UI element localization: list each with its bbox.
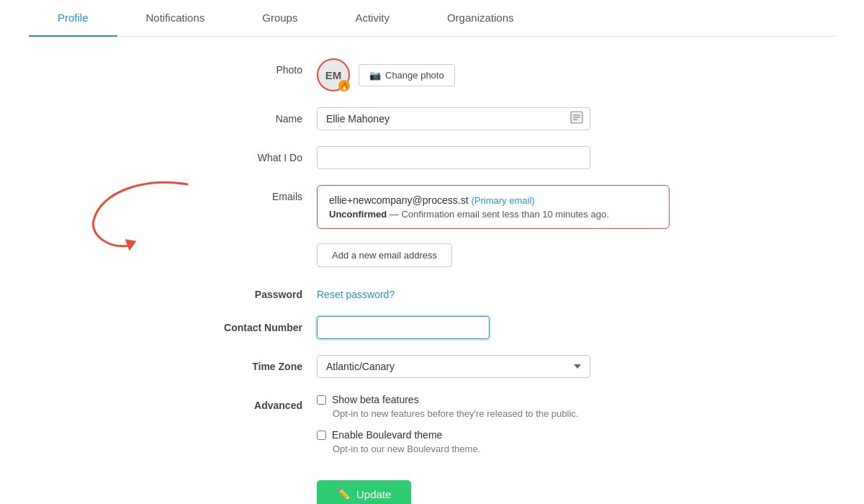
contact-number-content (317, 316, 706, 339)
update-button[interactable]: ✏️ Update (317, 480, 411, 504)
show-beta-label: Show beta features (332, 394, 419, 405)
time-zone-row: Time Zone Atlantic/Canary UTC America/Ne… (202, 355, 706, 378)
name-content (317, 107, 706, 130)
tab-organizations[interactable]: Organizations (418, 0, 543, 37)
tab-groups[interactable]: Groups (233, 0, 326, 37)
reset-password-link[interactable]: Reset password? (317, 283, 395, 300)
password-row: Password Reset password? (202, 283, 706, 300)
change-photo-button[interactable]: 📷 Change photo (359, 64, 455, 86)
confirmation-message: Confirmation email sent less than 10 min… (401, 209, 608, 220)
password-content: Reset password? (317, 283, 706, 300)
name-input-wrapper (317, 107, 590, 130)
unconfirmed-dash: — (390, 209, 402, 220)
what-i-do-row: What I Do (202, 146, 706, 169)
contact-number-input[interactable] (317, 316, 490, 339)
show-beta-checkbox[interactable] (317, 395, 326, 405)
enable-boulevard-row: Enable Boulevard theme (317, 429, 706, 441)
update-content: ✏️ Update (317, 480, 706, 504)
time-zone-label: Time Zone (202, 355, 317, 372)
tab-notifications[interactable]: Notifications (117, 0, 234, 37)
what-i-do-label: What I Do (202, 146, 317, 163)
what-i-do-input[interactable] (317, 146, 590, 169)
contact-number-label: Contact Number (202, 316, 317, 333)
name-row: Name (202, 107, 706, 130)
show-beta-hint: Opt-in to new features before they're re… (317, 408, 706, 419)
update-spacer (202, 480, 317, 486)
add-email-button[interactable]: Add a new email address (317, 243, 452, 267)
update-row: ✏️ Update (202, 480, 706, 504)
advanced-row: Advanced Show beta features Opt-in to ne… (202, 394, 706, 464)
contact-number-row: Contact Number (202, 316, 706, 339)
tab-profile[interactable]: Profile (29, 0, 117, 37)
name-input[interactable] (317, 107, 590, 130)
primary-email-line: ellie+newcompany@process.st (Primary ema… (329, 194, 657, 206)
show-beta-row: Show beta features (317, 394, 706, 405)
svg-marker-0 (125, 238, 138, 251)
profile-form: Photo EM 🔥 📷 Change photo Name (158, 58, 706, 504)
photo-row: Photo EM 🔥 📷 Change photo (202, 58, 706, 91)
primary-email-address: ellie+newcompany@process.st (329, 194, 469, 206)
enable-boulevard-hint: Opt-in to our new Boulevard theme. (317, 444, 706, 454)
unconfirmed-line: Unconfirmed — Confirmation email sent le… (329, 209, 657, 220)
emails-content: ellie+newcompany@process.st (Primary ema… (317, 185, 706, 267)
enable-boulevard-label: Enable Boulevard theme (332, 429, 442, 441)
name-label: Name (202, 107, 317, 125)
emails-row: Emails ellie+newcompany@process.st (Prim… (202, 185, 706, 267)
camera-icon: 📷 (369, 70, 381, 81)
name-icon (570, 111, 583, 127)
time-zone-select[interactable]: Atlantic/Canary UTC America/New_York Ame… (317, 355, 590, 378)
emails-box: ellie+newcompany@process.st (Primary ema… (317, 185, 670, 229)
advanced-label: Advanced (202, 394, 317, 411)
advanced-content: Show beta features Opt-in to new feature… (317, 394, 706, 464)
primary-email-tag: (Primary email) (471, 195, 534, 206)
tabs-nav: Profile Notifications Groups Activity Or… (29, 0, 835, 37)
what-i-do-content (317, 146, 706, 169)
avatar-badge: 🔥 (338, 80, 350, 91)
arrow-annotation (86, 170, 202, 258)
tab-activity[interactable]: Activity (326, 0, 418, 37)
unconfirmed-label: Unconfirmed (329, 209, 387, 220)
photo-label: Photo (202, 58, 317, 76)
pencil-icon: ✏️ (337, 487, 351, 500)
emails-label: Emails (202, 185, 317, 202)
fire-icon: 🔥 (340, 82, 348, 90)
time-zone-content: Atlantic/Canary UTC America/New_York Ame… (317, 355, 706, 378)
avatar: EM 🔥 (317, 58, 350, 91)
photo-section: EM 🔥 📷 Change photo (317, 58, 706, 91)
enable-boulevard-checkbox[interactable] (317, 431, 326, 440)
password-label: Password (202, 283, 317, 300)
